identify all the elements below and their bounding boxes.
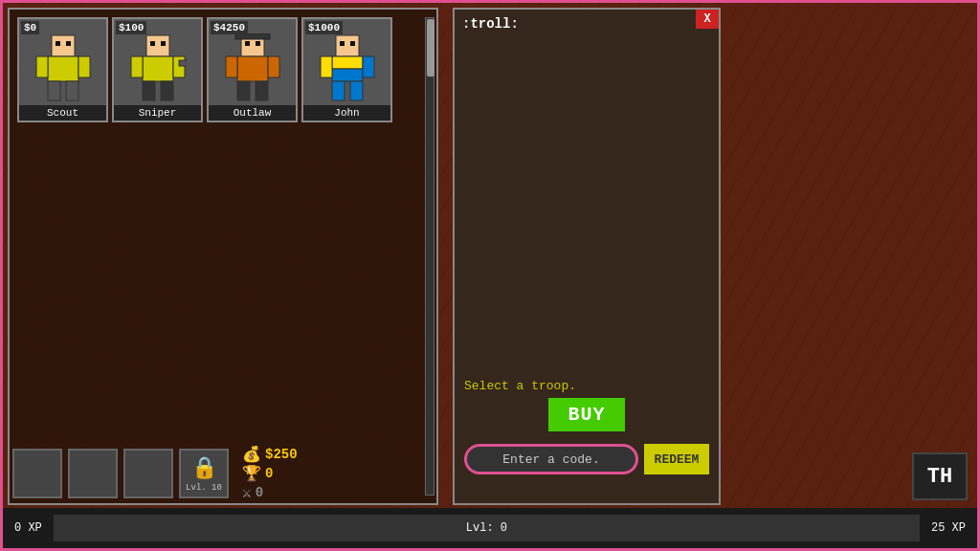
outlaw-price: $4250 <box>211 21 248 34</box>
inv-slot-2[interactable] <box>68 449 118 498</box>
inv-slot-1[interactable] <box>12 449 62 498</box>
svg-rect-16 <box>161 81 173 100</box>
inv-slot-4-locked[interactable]: 🔒 Lvl. 10 <box>179 449 229 498</box>
scout-name: Scout <box>19 105 106 121</box>
john-figure <box>314 32 381 103</box>
svg-rect-0 <box>52 35 75 56</box>
svg-rect-27 <box>340 41 345 46</box>
currency-info: 💰 $250 🏆 0 ⚔ 0 <box>242 445 298 502</box>
xp-left-label: 0 XP <box>3 521 54 535</box>
troop-card-outlaw[interactable]: $4250 Outlaw <box>207 17 298 122</box>
trophy-count: 🏆 0 <box>242 464 298 483</box>
redeem-button[interactable]: REDEEM <box>644 444 709 474</box>
svg-rect-29 <box>332 56 363 69</box>
svg-rect-8 <box>146 35 169 56</box>
svg-rect-20 <box>256 41 260 46</box>
svg-rect-5 <box>78 56 90 77</box>
svg-rect-7 <box>66 81 78 100</box>
lock-level-label: Lvl. 10 <box>186 483 222 493</box>
svg-rect-2 <box>66 41 71 46</box>
troop-selection-panel: $0 Scout <box>8 8 438 505</box>
troop-card-sniper[interactable]: $100 Sniper <box>112 17 203 122</box>
svg-rect-33 <box>332 81 345 100</box>
svg-rect-1 <box>56 41 60 46</box>
kills-count: ⚔ 0 <box>242 483 298 502</box>
chat-message: :troll: <box>462 16 519 32</box>
svg-rect-21 <box>237 56 268 81</box>
close-button[interactable]: X <box>696 10 719 29</box>
scout-price: $0 <box>21 21 39 34</box>
john-price: $1000 <box>305 21 343 34</box>
sniper-name: Sniper <box>114 105 201 121</box>
outlaw-figure <box>219 32 286 103</box>
svg-rect-30 <box>332 69 363 81</box>
svg-rect-23 <box>268 56 279 77</box>
lock-icon: 🔒 <box>191 455 217 481</box>
svg-rect-3 <box>48 56 78 81</box>
scout-figure <box>30 32 97 103</box>
dollar-icon: 💰 <box>242 445 261 464</box>
chat-area: :troll: <box>455 10 719 105</box>
svg-rect-15 <box>143 81 155 100</box>
sniper-figure <box>124 32 191 103</box>
svg-rect-25 <box>256 81 268 100</box>
svg-rect-19 <box>245 41 250 46</box>
inventory-area: 🔒 Lvl. 10 💰 $250 🏆 0 ⚔ 0 <box>12 445 298 502</box>
svg-rect-4 <box>36 56 48 77</box>
select-troop-label: Select a troop. <box>464 379 576 393</box>
outlaw-name: Outlaw <box>209 105 296 121</box>
xp-right-label: 25 XP <box>920 521 977 535</box>
code-input[interactable] <box>464 444 638 474</box>
svg-rect-24 <box>237 81 250 100</box>
xp-bar: Lvl: 0 <box>54 515 920 541</box>
svg-rect-11 <box>143 56 173 81</box>
svg-rect-22 <box>226 56 237 77</box>
svg-rect-14 <box>179 60 187 66</box>
svg-rect-34 <box>350 81 363 100</box>
svg-rect-9 <box>150 41 155 46</box>
bottom-bar: 0 XP Lvl: 0 25 XP <box>3 508 977 548</box>
svg-rect-31 <box>321 56 332 77</box>
level-label: Lvl: 0 <box>466 521 507 535</box>
scroll-track[interactable] <box>425 17 434 496</box>
trophy-icon: 🏆 <box>242 464 261 483</box>
svg-rect-28 <box>350 41 355 46</box>
troop-card-john[interactable]: $1000 John <box>301 17 392 122</box>
john-name: John <box>303 105 390 121</box>
th-logo: TH <box>912 452 968 500</box>
svg-rect-12 <box>131 56 143 77</box>
buy-button[interactable]: BUY <box>548 398 625 431</box>
sniper-price: $100 <box>116 21 146 34</box>
scroll-thumb <box>427 19 434 77</box>
inv-slot-3[interactable] <box>123 449 173 498</box>
code-area: REDEEM <box>464 444 709 474</box>
svg-rect-10 <box>161 41 166 46</box>
gold-amount: 💰 $250 <box>242 445 298 464</box>
troop-grid: $0 Scout <box>10 10 436 130</box>
troop-card-scout[interactable]: $0 Scout <box>17 17 108 122</box>
svg-rect-6 <box>48 81 60 100</box>
svg-rect-13 <box>173 56 185 77</box>
svg-rect-32 <box>363 56 374 77</box>
sword-icon: ⚔ <box>242 483 252 502</box>
svg-rect-26 <box>336 35 359 56</box>
troop-info-panel: X :troll: Select a troop. BUY REDEEM <box>453 8 721 505</box>
